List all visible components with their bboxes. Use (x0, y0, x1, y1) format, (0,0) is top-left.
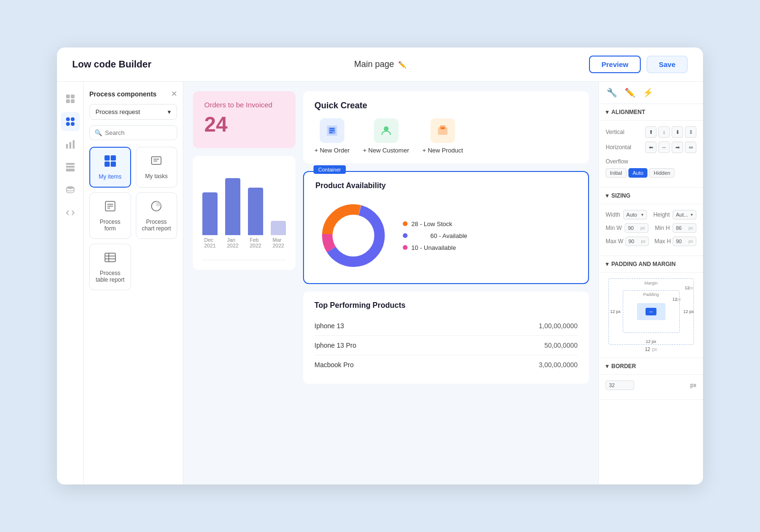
width-value: Auto (627, 212, 637, 218)
svg-point-7 (71, 122, 75, 126)
svg-rect-12 (66, 166, 75, 168)
app-window: Low code Builder Main page ✏️ Preview Sa… (57, 48, 703, 484)
horizontal-align-buttons: ⬅ ↔ ➡ ⇔ (645, 142, 696, 153)
save-button[interactable]: Save (646, 56, 688, 73)
align-vcenter-btn[interactable]: ↕ (658, 126, 670, 138)
svg-point-5 (71, 117, 75, 121)
align-right-btn[interactable]: ➡ (672, 142, 683, 153)
min-w-input[interactable]: 90 px (625, 223, 648, 233)
pencil-icon[interactable]: ✏️ (625, 87, 635, 98)
margin-top-label: Margin (645, 281, 658, 285)
quick-create-actions: + New Order + New Customer (314, 118, 578, 154)
new-order-label: + New Order (314, 147, 350, 154)
lightning-icon[interactable]: ⚡ (643, 87, 653, 98)
components-panel: Process components ✕ Process request ▾ 🔍… (84, 82, 183, 484)
align-hstretch-btn[interactable]: ⇔ (685, 142, 696, 153)
min-w-label: Min W (606, 225, 622, 231)
bar-jan-label: Jan2022 (227, 237, 238, 248)
width-chevron: ▾ (641, 212, 644, 217)
component-my-items[interactable]: My items (89, 147, 131, 188)
svg-rect-17 (104, 162, 110, 167)
new-product-action[interactable]: + New Product (422, 118, 463, 154)
component-process-table[interactable]: Process table report (89, 244, 131, 290)
max-w-input[interactable]: 90 px (625, 237, 649, 246)
sidebar-item-database[interactable] (61, 180, 80, 200)
donut-svg (315, 198, 391, 274)
align-vstretch-btn[interactable]: ⇕ (685, 126, 696, 138)
alignment-section-header[interactable]: ▾ ALIGNMENT (599, 104, 703, 121)
close-panel-button[interactable]: ✕ (171, 89, 177, 98)
svg-rect-34 (330, 130, 334, 131)
overflow-label: Overflow (606, 158, 628, 165)
max-h-label: Max H (655, 238, 671, 245)
sizing-section-header[interactable]: ▾ SIZING (599, 188, 703, 204)
sidebar-item-components[interactable] (61, 112, 80, 131)
border-section-body: 32 px (599, 375, 703, 400)
height-chevron: ▾ (691, 212, 693, 217)
new-customer-icon (374, 118, 399, 143)
align-left-btn[interactable]: ⬅ (645, 142, 656, 153)
margin-top-unit: px (689, 285, 694, 290)
page-name-text: Main page (354, 59, 394, 69)
padding-section-header[interactable]: ▾ PADDING AND MARGIN (599, 256, 703, 273)
sidebar-item-code[interactable] (61, 203, 80, 222)
sidebar-item-table[interactable] (61, 158, 80, 177)
new-order-action[interactable]: + New Order (314, 118, 350, 154)
horizontal-label: Horizontal (606, 144, 631, 151)
height-input[interactable]: Aut... ▾ (673, 210, 696, 219)
bar-feb-label: Feb2022 (250, 237, 261, 248)
wrench-icon[interactable]: 🔧 (607, 87, 617, 98)
bar-feb-bar (248, 188, 263, 235)
svg-rect-3 (71, 99, 75, 103)
padding-top-unit: px (676, 297, 681, 302)
border-value: 32 (609, 382, 615, 388)
border-input[interactable]: 32 (606, 380, 634, 390)
svg-rect-18 (111, 162, 116, 167)
max-w-value: 90 (628, 238, 634, 244)
bar-mar-bar (271, 221, 286, 235)
max-h-input[interactable]: 90 px (673, 237, 696, 246)
new-customer-label: + New Customer (363, 147, 409, 154)
component-process-chart[interactable]: Process chart report (136, 192, 178, 239)
edit-page-icon[interactable]: ✏️ (398, 61, 406, 68)
legend-unavailable-label: 10 - Unavailable (411, 244, 456, 251)
overflow-auto-btn[interactable]: Auto (628, 168, 648, 178)
alignment-chevron: ▾ (606, 109, 608, 115)
sizing-section-body: Width Auto ▾ Height Aut... ▾ Min W 90 (599, 204, 703, 256)
legend-low-stock-label: 28 - Low Stock (411, 220, 452, 228)
canvas-left-col: Orders to be Invoiced 24 Dec2021 Jan2022 (193, 91, 295, 475)
main-layout: Process components ✕ Process request ▾ 🔍… (57, 82, 703, 484)
legend-dot-low-stock (403, 221, 408, 226)
right-value: 12 px (683, 309, 694, 314)
overflow-initial-btn[interactable]: Initial (606, 168, 627, 178)
canvas-two-col: Orders to be Invoiced 24 Dec2021 Jan2022 (193, 91, 589, 475)
sidebar-item-grid[interactable] (61, 89, 80, 108)
border-section-header[interactable]: ▾ BORDER (599, 358, 703, 375)
vertical-align-buttons: ⬆ ↕ ⬇ ⇕ (645, 126, 696, 138)
svg-rect-1 (71, 95, 75, 98)
preview-button[interactable]: Preview (589, 56, 641, 73)
process-table-label: Process table report (94, 270, 127, 283)
min-h-input[interactable]: 86 px (673, 223, 696, 233)
align-hcenter-btn[interactable]: ↔ (658, 142, 670, 153)
page-name-area: Main page ✏️ (277, 59, 483, 69)
svg-rect-16 (111, 155, 116, 161)
search-input[interactable] (105, 129, 172, 136)
overflow-hidden-btn[interactable]: Hidden (649, 168, 674, 178)
components-grid: My items My tasks Process form (89, 147, 177, 290)
align-top-btn[interactable]: ⬆ (645, 126, 656, 138)
component-my-tasks[interactable]: My tasks (136, 147, 178, 188)
product-value-1: 50,00,0000 (544, 342, 578, 349)
width-input[interactable]: Auto ▾ (623, 210, 647, 219)
svg-rect-10 (73, 140, 75, 149)
align-bottom-btn[interactable]: ⬇ (672, 126, 683, 138)
search-wrap: 🔍 (89, 125, 177, 140)
new-order-icon (320, 118, 344, 143)
panel-title: Process components (89, 90, 157, 98)
component-process-form[interactable]: Process form (89, 192, 131, 239)
bar-chart-card: Dec2021 Jan2022 Feb2022 (193, 156, 295, 270)
new-customer-action[interactable]: + New Customer (363, 118, 409, 154)
sidebar-item-chart[interactable] (61, 135, 80, 154)
process-dropdown[interactable]: Process request ▾ (89, 104, 177, 120)
overflow-buttons: Initial Auto Hidden (606, 168, 696, 178)
